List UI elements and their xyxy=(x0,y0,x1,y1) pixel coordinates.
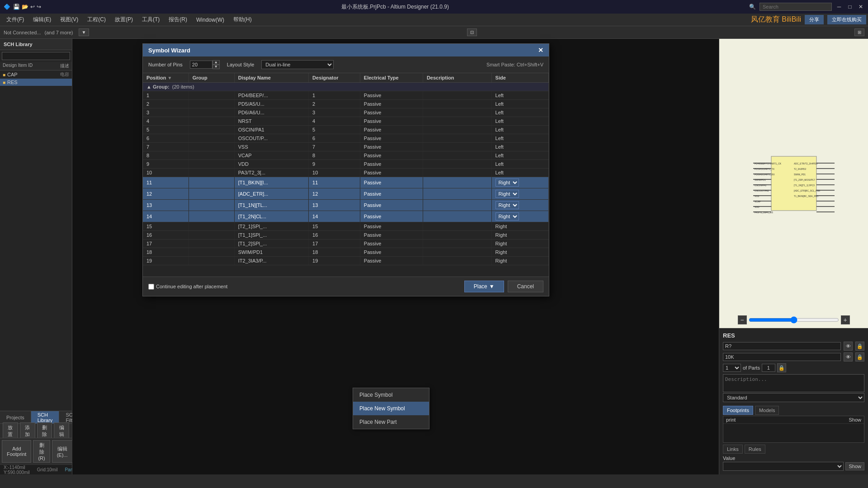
redo-icon[interactable]: ↪ xyxy=(37,4,41,10)
place-dropdown-arrow[interactable]: ▼ xyxy=(489,283,495,290)
designator-input[interactable] xyxy=(723,342,841,350)
table-row[interactable]: 13 [T1_1N][TL... 13 Passive RightLeft xyxy=(143,200,549,211)
fit-button[interactable]: ⊡ xyxy=(467,28,477,36)
value-input[interactable] xyxy=(723,353,841,361)
place-button[interactable]: 放置 xyxy=(3,422,18,440)
col-group[interactable]: Group xyxy=(189,73,234,83)
filter-button[interactable]: ▼ xyxy=(79,28,90,36)
continue-editing-checkbox-label[interactable]: Continue editing after placement xyxy=(148,284,227,290)
open-icon[interactable]: 📂 xyxy=(22,4,28,10)
search-input[interactable] xyxy=(760,3,832,11)
side-dropdown[interactable]: RightLeft xyxy=(495,190,519,198)
menu-reports[interactable]: 报告(R) xyxy=(164,14,192,25)
delete-r-button[interactable]: 删除 (R) xyxy=(33,440,50,463)
col-electrical-type[interactable]: Electrical Type xyxy=(360,73,423,83)
models-tab[interactable]: Models xyxy=(755,406,779,415)
table-row[interactable]: 17 [T1_2]SPl_... 17 Passive Right xyxy=(143,239,549,248)
menu-file[interactable]: 文件(F) xyxy=(2,14,28,25)
num-pins-input[interactable] xyxy=(190,61,212,69)
parts-num-select[interactable]: 1 xyxy=(723,364,741,372)
menu-view[interactable]: 视图(V) xyxy=(56,14,83,25)
value-lock-button[interactable]: 🔒 xyxy=(855,352,864,361)
value-visibility-button[interactable]: 👁 xyxy=(844,352,853,361)
place-symbol-item[interactable]: Place Symbol xyxy=(353,388,429,402)
zoom-slider[interactable] xyxy=(749,316,839,324)
tab-projects[interactable]: Projects xyxy=(0,411,31,423)
table-row[interactable]: 1 PD4/BEEP/... 1 Passive Left xyxy=(143,91,549,100)
zoom-out-button[interactable]: − xyxy=(738,315,747,324)
library-search-input[interactable] xyxy=(2,52,70,60)
show-button[interactable]: Show xyxy=(845,462,864,470)
minimize-button[interactable]: ─ xyxy=(835,3,843,10)
type-select[interactable]: Standard Power xyxy=(723,393,864,402)
rules-tab[interactable]: Rules xyxy=(745,445,765,454)
edit-e-button[interactable]: 编辑 (E)... xyxy=(52,440,73,463)
table-row[interactable]: 5 OSCIN/PA1 5 Passive Left xyxy=(143,126,549,134)
lib-item-cap[interactable]: ■ CAP 电容 xyxy=(0,70,72,79)
links-tab[interactable]: Links xyxy=(723,445,743,454)
layout-style-select[interactable]: Dual in-line Single in-line Quad xyxy=(261,60,334,69)
dialog-table-wrap[interactable]: Position ▼ Group Display Name Designator… xyxy=(143,73,549,277)
place-button-main[interactable]: Place ▼ xyxy=(464,281,504,292)
table-row[interactable]: 9 VDD 9 Passive Left xyxy=(143,160,549,169)
buy-online-button[interactable]: 立即在线购买 xyxy=(827,15,866,24)
share-button[interactable]: 分享 xyxy=(805,15,824,24)
side-dropdown[interactable]: RightLeft xyxy=(495,212,519,221)
delete-button[interactable]: 删除 xyxy=(37,422,52,440)
dialog-close-button[interactable]: ✕ xyxy=(538,47,543,54)
menu-place[interactable]: 故置(P) xyxy=(110,14,137,25)
table-row[interactable]: 19 IT2_3IA3/P... 19 Passive Right xyxy=(143,257,549,265)
menu-tools[interactable]: 工具(T) xyxy=(137,14,164,25)
table-row[interactable]: 15 [T2_1]SPl_... 15 Passive Right xyxy=(143,222,549,231)
maximize-button[interactable]: □ xyxy=(846,3,854,10)
add-button[interactable]: 添加 xyxy=(20,422,35,440)
designator-visibility-button[interactable]: 👁 xyxy=(844,342,853,351)
num-pins-spinner[interactable]: ▲ ▼ xyxy=(190,60,220,69)
grid-view-button[interactable]: ⊞ xyxy=(854,28,864,36)
lib-item-res[interactable]: ■ RES xyxy=(0,79,72,86)
col-description[interactable]: Description xyxy=(423,73,491,83)
table-row[interactable]: 11 [T1_BKIN][I... 11 Passive RightLeft xyxy=(143,177,549,188)
place-new-symbol-item[interactable]: Place New Symbol xyxy=(353,402,429,415)
table-row[interactable]: 18 SWIM/PD1 18 Passive Right xyxy=(143,248,549,257)
spin-up[interactable]: ▲ xyxy=(212,60,220,65)
parts-count-input[interactable] xyxy=(762,364,775,372)
menu-window[interactable]: Window(W) xyxy=(192,15,229,25)
add-footprint-button[interactable]: Add Footprint xyxy=(2,440,31,463)
menu-edit[interactable]: 编辑(E) xyxy=(28,14,56,25)
table-row[interactable]: 2 PD5/A5/U... 2 Passive Left xyxy=(143,100,549,108)
cancel-button[interactable]: Cancel xyxy=(508,281,543,292)
table-row[interactable]: 7 VSS 7 Passive Left xyxy=(143,143,549,151)
side-dropdown[interactable]: RightLeft xyxy=(495,201,519,209)
undo-icon[interactable]: ↩ xyxy=(30,4,35,10)
footprints-tab[interactable]: Footprints xyxy=(723,406,753,415)
continue-editing-checkbox[interactable] xyxy=(148,284,154,290)
close-button[interactable]: ✕ xyxy=(857,3,864,10)
tab-sch-library[interactable]: SCH Library xyxy=(31,411,60,423)
description-textarea[interactable] xyxy=(723,374,864,392)
parts-lock-button[interactable]: 🔒 xyxy=(777,363,786,372)
zoom-in-button[interactable]: + xyxy=(841,315,850,324)
print-select[interactable] xyxy=(723,462,844,471)
spin-down[interactable]: ▼ xyxy=(212,65,220,69)
col-position[interactable]: Position ▼ xyxy=(143,73,189,83)
side-dropdown[interactable]: RightLeft xyxy=(495,178,519,187)
edit-button[interactable]: 编辑 xyxy=(54,422,69,440)
table-row[interactable]: 6 OSCOUT/P... 6 Passive Left xyxy=(143,134,549,143)
menu-project[interactable]: 工程(C) xyxy=(83,14,110,25)
place-new-part-item[interactable]: Place New Part xyxy=(353,415,429,429)
save-icon[interactable]: 💾 xyxy=(13,4,20,10)
table-row[interactable]: 8 VCAP 8 Passive Left xyxy=(143,151,549,160)
table-row[interactable]: 12 [ADC_ETR]... 12 Passive RightLeft xyxy=(143,188,549,200)
col-display-name[interactable]: Display Name xyxy=(234,73,308,83)
table-row[interactable]: 14 [T1_2N]CL... 14 Passive RightLeft xyxy=(143,211,549,222)
col-side[interactable]: Side xyxy=(491,73,548,83)
col-designator[interactable]: Designator xyxy=(309,73,360,83)
pin-display: OSCOUT/P... xyxy=(234,134,308,143)
table-row[interactable]: 3 PD6/A6/U... 3 Passive Left xyxy=(143,108,549,117)
designator-lock-button[interactable]: 🔒 xyxy=(855,342,864,351)
table-row[interactable]: 10 PA3/T2_3[... 10 Passive Left xyxy=(143,169,549,177)
table-row[interactable]: 16 [T1_1]SPl_... 16 Passive Right xyxy=(143,231,549,239)
table-row[interactable]: 4 NRST 4 Passive Left xyxy=(143,117,549,126)
menu-help[interactable]: 帮助(H) xyxy=(229,14,256,25)
